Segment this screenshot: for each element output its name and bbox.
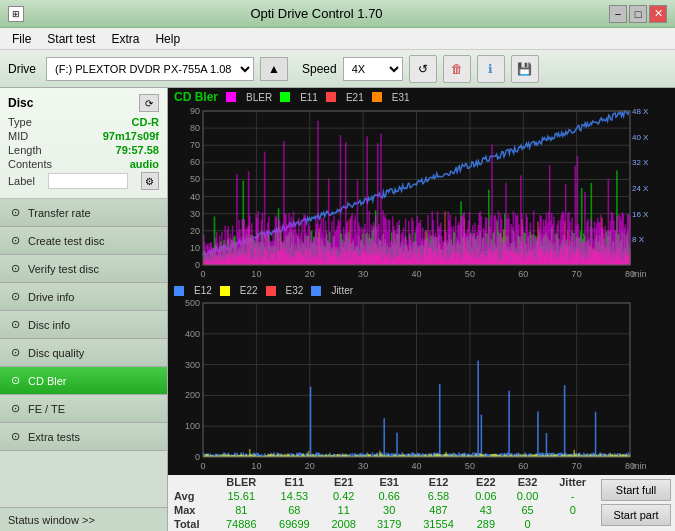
disc-length-label: Length — [8, 144, 42, 156]
stats-cell-0-2: 0.42 — [321, 489, 367, 503]
sidebar-item-transfer-rate[interactable]: ⊙ Transfer rate — [0, 199, 167, 227]
menu-help[interactable]: Help — [147, 30, 188, 48]
e12-legend-color — [174, 286, 184, 296]
menu-extra[interactable]: Extra — [103, 30, 147, 48]
disc-label-input[interactable] — [48, 173, 128, 189]
e11-legend-label: E11 — [300, 92, 318, 103]
col-header-e22: E22 — [465, 475, 507, 489]
disc-label-label: Label — [8, 175, 35, 187]
e11-legend-color — [280, 92, 290, 102]
sidebar-item-extra-tests[interactable]: ⊙ Extra tests — [0, 423, 167, 451]
close-button[interactable]: ✕ — [649, 5, 667, 23]
stats-row-label-max: Max — [168, 503, 215, 517]
disc-label-settings-button[interactable]: ⚙ — [141, 172, 159, 190]
stats-cell-2-4: 31554 — [412, 517, 465, 531]
window-title: Opti Drive Control 1.70 — [24, 6, 609, 21]
sidebar-navigation: ⊙ Transfer rate ⊙ Create test disc ⊙ Ver… — [0, 199, 167, 507]
col-header-bler: BLER — [215, 475, 268, 489]
status-window-button[interactable]: Status window >> — [0, 507, 167, 531]
app-icon: ⊞ — [8, 6, 24, 22]
eject-button[interactable]: ▲ — [260, 57, 288, 81]
bottom-chart-legend: E12 E22 E32 Jitter — [168, 283, 675, 298]
stats-cell-1-4: 487 — [412, 503, 465, 517]
stats-row-label-avg: Avg — [168, 489, 215, 503]
stats-cell-1-3: 30 — [366, 503, 412, 517]
start-full-button[interactable]: Start full — [601, 479, 671, 501]
stats-cell-0-6: 0.00 — [507, 489, 549, 503]
disc-mid-label: MID — [8, 130, 28, 142]
toolbar: Drive (F:) PLEXTOR DVDR PX-755A 1.08 ▲ S… — [0, 50, 675, 88]
titlebar: ⊞ Opti Drive Control 1.70 − □ ✕ — [0, 0, 675, 28]
transfer-rate-icon: ⊙ — [8, 206, 22, 220]
sidebar-item-disc-quality[interactable]: ⊙ Disc quality — [0, 339, 167, 367]
sidebar-item-drive-info[interactable]: ⊙ Drive info — [0, 283, 167, 311]
stats-cell-2-6: 0 — [507, 517, 549, 531]
col-header-jitter: Jitter — [548, 475, 597, 489]
cdbler-title: CD Bler — [174, 90, 218, 104]
stats-cell-1-5: 43 — [465, 503, 507, 517]
create-test-disc-icon: ⊙ — [8, 234, 22, 248]
top-chart — [168, 106, 675, 283]
disc-panel-title: Disc — [8, 96, 33, 110]
e31-legend-label: E31 — [392, 92, 410, 103]
maximize-button[interactable]: □ — [629, 5, 647, 23]
stats-cell-0-1: 14.53 — [268, 489, 321, 503]
bler-legend-label: BLER — [246, 92, 272, 103]
disc-mid-value: 97m17s09f — [103, 130, 159, 142]
menu-file[interactable]: File — [4, 30, 39, 48]
disc-type-value: CD-R — [132, 116, 160, 128]
erase-button[interactable]: 🗑 — [443, 55, 471, 83]
sidebar-item-cd-bler[interactable]: ⊙ CD Bler — [0, 367, 167, 395]
stats-table-container: BLER E11 E21 E31 E12 E22 E32 Jitter Avg1… — [168, 475, 597, 531]
sidebar-item-create-test-disc[interactable]: ⊙ Create test disc — [0, 227, 167, 255]
e32-legend-label: E32 — [286, 285, 304, 296]
extra-tests-icon: ⊙ — [8, 430, 22, 444]
stats-cell-0-0: 15.61 — [215, 489, 268, 503]
stats-area: BLER E11 E21 E31 E12 E22 E32 Jitter Avg1… — [168, 475, 675, 531]
stats-cell-0-4: 6.58 — [412, 489, 465, 503]
info-button[interactable]: ℹ — [477, 55, 505, 83]
stats-cell-0-5: 0.06 — [465, 489, 507, 503]
stats-cell-2-0: 74886 — [215, 517, 268, 531]
sidebar-item-fe-te[interactable]: ⊙ FE / TE — [0, 395, 167, 423]
refresh-button[interactable]: ↺ — [409, 55, 437, 83]
e31-legend-color — [372, 92, 382, 102]
disc-refresh-button[interactable]: ⟳ — [139, 94, 159, 112]
stats-cell-2-1: 69699 — [268, 517, 321, 531]
save-button[interactable]: 💾 — [511, 55, 539, 83]
stats-row-1: Max8168113048743650 — [168, 503, 597, 517]
start-part-button[interactable]: Start part — [601, 504, 671, 526]
disc-quality-icon: ⊙ — [8, 346, 22, 360]
sidebar: Disc ⟳ Type CD-R MID 97m17s09f Length 79… — [0, 88, 168, 531]
col-header-e21: E21 — [321, 475, 367, 489]
drive-select[interactable]: (F:) PLEXTOR DVDR PX-755A 1.08 — [46, 57, 254, 81]
top-chart-wrapper — [168, 106, 675, 283]
bottom-chart-wrapper — [168, 298, 675, 475]
stats-cell-2-7 — [548, 517, 597, 531]
disc-type-label: Type — [8, 116, 32, 128]
sidebar-item-verify-test-disc[interactable]: ⊙ Verify test disc — [0, 255, 167, 283]
stats-cell-1-1: 68 — [268, 503, 321, 517]
col-header-e31: E31 — [366, 475, 412, 489]
stats-cell-2-2: 2008 — [321, 517, 367, 531]
stats-cell-0-3: 0.66 — [366, 489, 412, 503]
content-area: CD Bler BLER E11 E21 E31 E12 E22 E32 Jit… — [168, 88, 675, 531]
cd-bler-icon: ⊙ — [8, 374, 22, 388]
drive-label: Drive — [8, 62, 36, 76]
disc-panel: Disc ⟳ Type CD-R MID 97m17s09f Length 79… — [0, 88, 167, 199]
window-controls: − □ ✕ — [609, 5, 667, 23]
disc-contents-value: audio — [130, 158, 159, 170]
disc-length-value: 79:57.58 — [116, 144, 159, 156]
minimize-button[interactable]: − — [609, 5, 627, 23]
col-header-e11: E11 — [268, 475, 321, 489]
e22-legend-label: E22 — [240, 285, 258, 296]
e21-legend-color — [326, 92, 336, 102]
sidebar-item-disc-info[interactable]: ⊙ Disc info — [0, 311, 167, 339]
speed-select[interactable]: 4X 8X 16X Max — [343, 57, 403, 81]
e22-legend-color — [220, 286, 230, 296]
menu-start-test[interactable]: Start test — [39, 30, 103, 48]
jitter-legend-color — [311, 286, 321, 296]
stats-cell-1-6: 65 — [507, 503, 549, 517]
disc-info-icon: ⊙ — [8, 318, 22, 332]
stats-cell-1-7: 0 — [548, 503, 597, 517]
